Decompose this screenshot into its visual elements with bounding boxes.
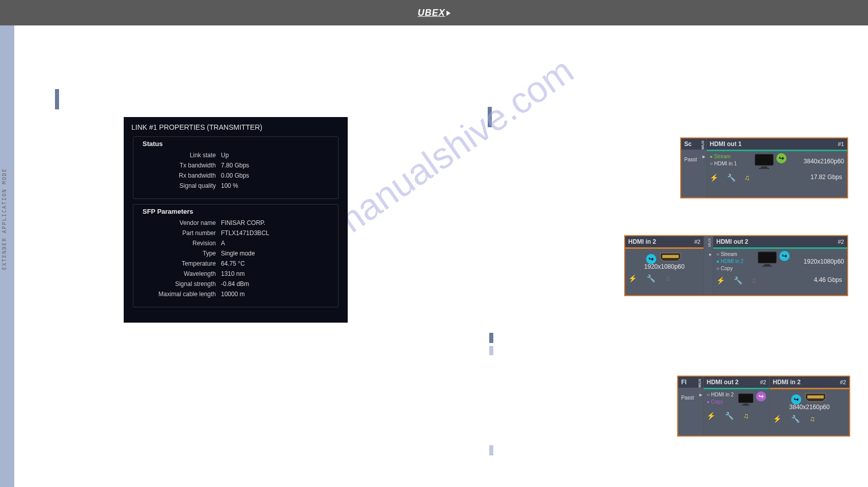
key-icon: 🔧 [734, 276, 741, 283]
monitor-row: ↪ [754, 153, 787, 169]
side-label: Sc [684, 140, 692, 148]
source-hdmi[interactable]: HDMI in 2 [716, 258, 743, 265]
output-column: HDMI out 1 #1 Stream HDMI in 1 ↪ 3840x21… [707, 138, 847, 197]
source-list: Stream HDMI in 1 [710, 153, 737, 167]
input-header: HDMI in 2 #2 [625, 236, 704, 247]
plug-icon: ⚡ [707, 412, 714, 419]
output-title: HDMI out 1 [710, 140, 742, 148]
source-copy[interactable]: Copy [707, 398, 734, 406]
tile-side: MUX ▸ [704, 236, 713, 295]
port-number: #2 [760, 379, 766, 385]
content-area: manualshive.com LINK #1 PROPERTIES (TRAN… [14, 25, 868, 487]
watermark: manualshive.com [323, 49, 581, 247]
hdmi-out-1-tile[interactable]: Sc MUX ▸ Passt HDMI out 1 #1 Stream HDMI… [680, 137, 848, 198]
input-resolution: 1920x1080p60 [628, 263, 701, 270]
hdmi-2-tile[interactable]: HDMI in 2 #2 ↪ 1920x1080p60 ⚡ 🔧 ♫ MUX ▸ [624, 235, 848, 296]
port-row: ↪ [628, 251, 701, 263]
prop-row: Vendor nameFINISAR CORP. [139, 219, 332, 226]
status-section: Status Link stateUp Tx bandwidth7.80 Gbp… [133, 136, 339, 199]
prop-row: RevisionA [139, 240, 332, 247]
output-icon: ↪ [756, 391, 766, 402]
mux-label: MUX [701, 140, 705, 150]
prop-row: Maximal cable length10000 m [139, 291, 332, 298]
source-hdmi[interactable]: HDMI in 1 [710, 160, 737, 167]
side-text: EXTENDER APPLICATION MODE [2, 168, 7, 270]
marker [55, 89, 59, 109]
prop-label: Wavelength [139, 270, 221, 277]
audio-icon: ♫ [743, 412, 750, 419]
side-label: Fl [681, 379, 687, 386]
output-resolution: 1920x1080p60 [804, 258, 844, 265]
hdmi-port-icon [658, 251, 683, 263]
output-icon: ↪ [779, 251, 790, 261]
prop-row: Rx bandwidth0.00 Gbps [139, 172, 332, 179]
svg-rect-0 [755, 154, 773, 165]
prop-row: Part numberFTLX1471D3BCL [139, 230, 332, 237]
mux-label: MUX [707, 238, 712, 247]
input-footer-icons: ⚡ 🔧 ♫ [770, 413, 849, 424]
prop-value: 0.00 Gbps [221, 172, 249, 179]
prop-label: Revision [139, 240, 221, 247]
port-number: #2 [838, 239, 844, 245]
key-icon: 🔧 [647, 274, 654, 281]
output-header: HDMI out 2 #2 [713, 236, 847, 247]
port-number: #1 [838, 141, 844, 147]
prop-label: Link state [139, 152, 221, 159]
prop-row: Signal quality100 % [139, 182, 332, 189]
input-body: ↪ 3840x2160p60 [770, 389, 849, 413]
input-footer-icons: ⚡ 🔧 ♫ [625, 272, 704, 283]
svg-rect-9 [742, 405, 750, 406]
bandwidth: 4.46 Gbps [814, 276, 842, 283]
monitor-row: ↪ [738, 391, 766, 408]
source-hdmi[interactable]: HDMI in 2 [707, 391, 734, 398]
status-section-title: Status [139, 140, 166, 148]
port-number: #2 [694, 239, 701, 245]
sfp-section-title: SFP Parameters [139, 208, 197, 215]
source-list: HDMI in 2 Copy [707, 391, 734, 406]
prop-row: TypeSingle mode [139, 250, 332, 257]
input-column: HDMI in 2 #2 ↪ 1920x1080p60 ⚡ 🔧 ♫ [625, 236, 704, 295]
marker [489, 333, 493, 343]
output-column: HDMI out 2 #2 Stream HDMI in 2 Copy ↪ 19… [713, 236, 847, 295]
prop-row: Temperature64.75 °C [139, 260, 332, 267]
hdmi-3-tile[interactable]: Fl MUX ▸ Passt HDMI out 2 #2 HDMI in 2 C… [677, 376, 850, 437]
input-body: ↪ 1920x1080p60 [625, 249, 704, 272]
port-row: ↪ [773, 391, 846, 404]
output-body: Stream HDMI in 1 ↪ 3840x2160p60 [707, 151, 847, 171]
output-body: Stream HDMI in 2 Copy ↪ 1920x1080p60 [713, 249, 847, 274]
prop-value: Up [221, 152, 229, 159]
prop-label: Type [139, 250, 221, 257]
prop-value: A [221, 240, 225, 247]
prop-label: Maximal cable length [139, 291, 221, 298]
mux-label: MUX [697, 379, 702, 388]
svg-rect-8 [743, 404, 748, 405]
prop-value: FTLX1471D3BCL [221, 230, 269, 237]
svg-rect-2 [759, 168, 769, 169]
svg-rect-3 [662, 255, 679, 258]
plug-icon: ⚡ [773, 415, 780, 422]
source-stream[interactable]: Stream [710, 153, 737, 160]
prop-label: Temperature [139, 260, 221, 267]
input-resolution: 3840x2160p60 [773, 404, 846, 411]
prop-value: 7.80 Gbps [221, 162, 249, 169]
output-header: HDMI out 1 #1 [707, 138, 847, 150]
marker [489, 346, 493, 355]
top-bar: UBEX [0, 0, 868, 25]
side-body: Passt [678, 388, 703, 403]
prop-value: FINISAR CORP. [221, 219, 265, 226]
prop-value: 100 % [221, 182, 238, 189]
source-copy[interactable]: Copy [716, 265, 743, 272]
output-body: HDMI in 2 Copy ↪ [704, 389, 769, 410]
audio-icon: ♫ [809, 415, 817, 422]
tile-side: Fl MUX ▸ Passt [678, 377, 704, 436]
prop-label: Rx bandwidth [139, 172, 221, 179]
source-stream[interactable]: Stream [716, 251, 743, 258]
footer-icons: ⚡ 🔧 ♫ 17.82 Gbps [707, 171, 847, 183]
monitor-icon [754, 153, 774, 169]
svg-rect-6 [762, 266, 772, 267]
link-properties-panel: LINK #1 PROPERTIES (TRANSMITTER) Status … [124, 117, 348, 323]
output-title: HDMI out 2 [716, 238, 748, 245]
key-icon: 🔧 [725, 412, 732, 419]
plug-icon: ⚡ [710, 174, 717, 181]
marker [488, 107, 492, 127]
